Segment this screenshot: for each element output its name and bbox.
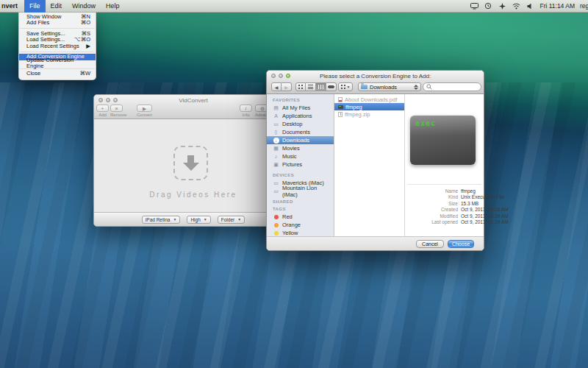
dialog-titlebar[interactable]: Please select a Conversion Engine to Add… [267,71,484,94]
info-value: Oct 9, 2013, 10:19 AM [461,219,509,225]
sidebar-item-tag-orange[interactable]: Orange [267,221,334,229]
choose-button[interactable]: Choose [448,240,474,248]
sidebar-item-all-my-files[interactable]: ▤All My Files [267,104,334,112]
user-menu-partial[interactable]: reg [580,2,588,10]
file-row-ffmpeg[interactable]: ffmpeg [334,103,404,110]
file-menu-dropdown: Show Window⌘N Add Files⌘O Save Settings.… [18,13,96,80]
sidebar-item-tag-yellow[interactable]: Yellow [267,229,334,236]
folder-icon [361,85,368,89]
quality-dropdown[interactable]: High▼ [187,216,210,224]
convert-button[interactable]: ▶ Convert [137,105,152,117]
all-my-files-icon: ▤ [273,105,279,111]
sidebar-item-applications[interactable]: AApplications [267,112,334,120]
menu-bar-clock[interactable]: Fri 11:14 AM [539,2,575,10]
menu-item-close[interactable]: Close⌘W [19,71,96,77]
drop-target[interactable] [173,146,208,180]
info-value: Oct 9, 2013, 10:19 AM [461,207,509,213]
finder-sidebar: FAVORITES ▤All My Files AApplications ▭D… [267,94,334,236]
menu-item-load-recent-settings[interactable]: Load Recent Settings▶ [19,43,96,49]
menu-help[interactable]: Help [101,0,125,13]
file-row-about-downloads[interactable]: About Downloads.pdf [334,96,404,103]
zip-file-icon [338,112,343,117]
column-view-button[interactable] [316,82,326,91]
down-arrow-icon [187,155,194,163]
yellow-tag-icon [274,231,279,236]
grid-icon [298,85,303,89]
file-row-ffmpeg-zip[interactable]: ffmpeg.zip [334,110,404,118]
remove-button[interactable]: ✕ Remove [110,105,123,117]
movies-icon: ▦ [273,145,279,152]
executable-file-icon [338,105,343,109]
info-value: Oct 9, 2013, 10:19 AM [461,213,509,219]
dialog-bottom-bar: Cancel Choose [267,236,484,250]
window-title: VidConvert [94,95,293,104]
favorites-header: FAVORITES [267,96,334,104]
list-view-button[interactable] [306,82,316,91]
document-icon: ▯ [273,129,279,135]
notification-icon[interactable] [498,1,506,10]
info-value: Unix Executable File [461,194,504,200]
arrange-menu-button[interactable]: ▼ [338,82,353,91]
info-label: Created [408,207,461,213]
sidebar-item-movies[interactable]: ▦Movies [267,144,334,152]
menu-item-update-conversion-engine[interactable]: Update Conversion Engine [19,60,96,66]
list-icon [308,85,313,89]
dropzone-label: Drag Videos Here [94,191,293,199]
info-label: Kind [408,194,461,200]
plus-icon: + [96,105,109,112]
info-label: Size [408,201,461,207]
vidconvert-toolbar: + Add ✕ Remove ▶ Convert i Info ⚙ Adva [94,105,293,119]
menu-edit[interactable]: Edit [46,0,68,13]
time-machine-icon[interactable] [484,1,492,10]
wifi-icon[interactable] [512,1,520,10]
play-icon: ▶ [137,105,152,112]
sidebar-item-documents[interactable]: ▯Documents [267,128,334,136]
red-tag-icon [274,215,279,219]
info-button[interactable]: i Info [240,105,252,117]
icon-view-button[interactable] [295,82,306,91]
sidebar-item-mountain-lion-imac[interactable]: ▭Mountain Lion (iMac) [267,187,334,195]
zoom-window-button[interactable] [286,74,290,78]
zoom-window-button[interactable] [113,98,118,102]
search-field[interactable] [423,82,481,91]
sidebar-item-desktop[interactable]: ▭Desktop [267,120,334,128]
format-dropdown[interactable]: iPad Retina▼ [142,216,181,224]
dialog-toolbar: ◀ ▶ ▼ Downloads [267,80,484,94]
menu-file[interactable]: File [24,0,46,13]
app-menu-name[interactable]: nvert [0,2,24,10]
menu-item-add-files[interactable]: Add Files⌘O [19,20,96,26]
tags-header: TAGS [267,205,334,213]
volume-icon[interactable] [526,1,534,10]
info-label: Last opened [408,219,461,225]
menu-divider [20,52,95,52]
cancel-button[interactable]: Cancel [416,240,444,248]
info-value: 15.3 MB [461,201,478,207]
sidebar-item-pictures[interactable]: ▣Pictures [267,160,334,169]
coverflow-icon [329,85,334,88]
devices-header: DEVICES [267,171,334,179]
forward-button[interactable]: ▶ [282,82,292,91]
display-mirroring-icon[interactable] [470,1,478,10]
menu-divider [20,28,95,29]
desktop-icon: ▭ [273,121,279,127]
coverflow-view-button[interactable] [326,82,337,91]
desktop: nvert File Edit Window Help Fri 11:14 AM… [0,0,588,368]
search-icon [426,84,432,90]
info-label: Name [408,188,461,194]
vidconvert-bottom-bar: iPad Retina▼ High▼ Folder▼ [94,212,293,226]
location-popup[interactable]: Downloads [358,82,421,91]
add-button[interactable]: + Add [96,105,109,117]
sidebar-item-downloads[interactable]: ↓Downloads [267,136,334,144]
minimize-window-button[interactable] [106,98,110,102]
grid-icon [341,85,345,89]
sidebar-item-tag-red[interactable]: Red [267,213,334,221]
vidconvert-titlebar[interactable]: VidConvert + Add ✕ Remove ▶ Convert i In… [94,95,293,119]
minimize-window-button [279,74,283,78]
search-input[interactable] [434,85,477,90]
info-value: ffmpeg [461,188,476,194]
back-button[interactable]: ◀ [271,82,282,91]
sidebar-item-music[interactable]: ♪Music [267,152,334,160]
destination-dropdown[interactable]: Folder▼ [218,216,245,224]
menu-window[interactable]: Window [67,0,101,13]
close-window-button[interactable] [98,98,103,102]
